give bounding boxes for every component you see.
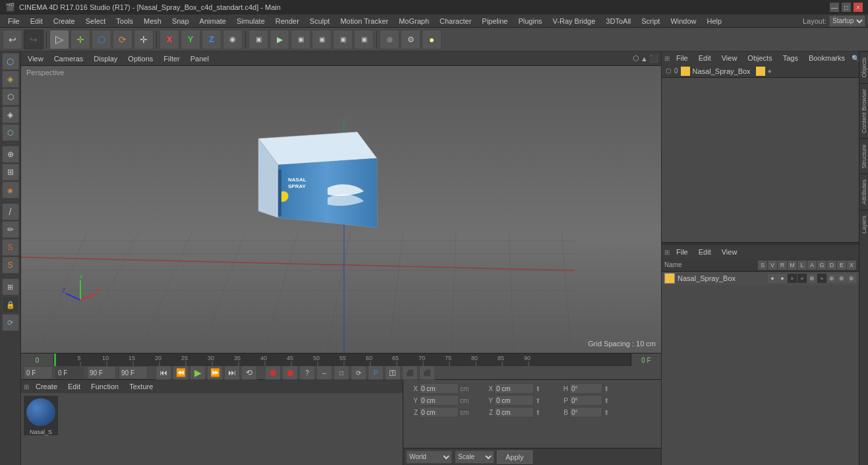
timeline-button[interactable]: ⬛ [402, 365, 418, 380]
coord-z-input[interactable] [419, 407, 459, 418]
axis-z-button[interactable]: Z [202, 30, 221, 49]
polygon-mode-button[interactable]: ◈ [2, 71, 19, 88]
menu-character[interactable]: Character [434, 16, 477, 26]
scale-dropdown[interactable]: Scale [455, 450, 494, 464]
coord-p-input[interactable] [569, 395, 602, 406]
vp-icon-3[interactable]: ⬛ [649, 54, 658, 63]
menu-window[interactable]: Window [665, 16, 701, 26]
tab-structure[interactable]: Structure [859, 139, 868, 174]
attr-view-menu[interactable]: View [718, 247, 741, 257]
obj-file-menu[interactable]: File [672, 53, 692, 63]
pencil-button[interactable]: ✏ [2, 221, 19, 238]
axis-all-button[interactable]: ◉ [223, 30, 243, 49]
edge-mode-button[interactable]: ⬡ [2, 88, 19, 106]
coord-y-input[interactable] [419, 395, 459, 406]
layout-select[interactable]: Startup [829, 15, 865, 27]
render-region-button[interactable]: ▣ [333, 30, 353, 49]
step-forward-button[interactable]: ⏩ [207, 365, 223, 380]
world-dropdown[interactable]: World Object [406, 450, 452, 464]
render-all-button[interactable]: ▣ [312, 30, 332, 49]
lock-button[interactable]: 🔒 [2, 296, 19, 313]
coord-z2-input[interactable] [494, 407, 534, 418]
goto-start-button[interactable]: ⏮ [156, 365, 171, 380]
transform-tool-button[interactable]: ✛ [134, 30, 154, 49]
loop-button[interactable]: ⟲ [241, 365, 257, 380]
material-preview[interactable]: Nasal_S [24, 396, 58, 435]
menu-render[interactable]: Render [270, 16, 304, 26]
coord-y2-input[interactable] [494, 395, 534, 406]
apply-button[interactable]: Apply [497, 450, 533, 464]
menu-mesh[interactable]: Mesh [138, 16, 167, 26]
menu-help[interactable]: Help [702, 16, 728, 26]
object-select-button[interactable]: ◎ [380, 30, 399, 49]
obj-view-menu[interactable]: View [718, 53, 741, 63]
vp-icon-2[interactable]: ▲ [641, 54, 648, 63]
frame-end-input[interactable] [87, 366, 116, 379]
menu-plugins[interactable]: Plugins [513, 16, 547, 26]
axis-x-button[interactable]: X [159, 30, 179, 49]
obj-objects-menu[interactable]: Objects [743, 53, 776, 63]
axis-y-button[interactable]: Y [181, 30, 200, 49]
obj-edit-menu[interactable]: Edit [695, 53, 715, 63]
coord-b-input[interactable] [569, 407, 602, 418]
grid-button[interactable]: ⊞ [2, 278, 19, 295]
redo-button[interactable]: ↪ [24, 30, 43, 49]
render-settings-button[interactable]: ⚙ [401, 30, 420, 49]
mat-texture-menu[interactable]: Texture [125, 382, 157, 391]
menu-create[interactable]: Create [48, 16, 80, 26]
menu-script[interactable]: Script [636, 16, 665, 26]
coord-h-input[interactable] [569, 383, 602, 394]
menu-sculpt[interactable]: Sculpt [304, 16, 335, 26]
record-button[interactable]: ⏺ [265, 365, 281, 380]
menu-motion-tracker[interactable]: Motion Tracker [335, 16, 393, 26]
frame-max-input[interactable] [119, 366, 148, 379]
sculpt-button[interactable]: S [2, 257, 19, 274]
key-button[interactable]: ? [299, 365, 315, 380]
render-view-button[interactable]: ▣ [248, 30, 268, 49]
line-button[interactable]: / [2, 203, 19, 220]
tag-button[interactable]: ⚿ [385, 365, 401, 380]
tab-attributes[interactable]: Attributes [859, 173, 868, 210]
mat-create-menu[interactable]: Create [32, 382, 61, 391]
attr-item[interactable]: Nasal_Spray_Box ● ● ● ● ⊕ ● ⊕ ⊕ ⊕ [662, 272, 859, 285]
menu-simulate[interactable]: Simulate [231, 16, 270, 26]
menu-mograph[interactable]: MoGraph [393, 16, 434, 26]
edge-select-button[interactable]: ⬡ [2, 124, 19, 141]
coord-x-input[interactable] [419, 383, 459, 394]
vp-view-menu[interactable]: View [24, 54, 47, 63]
menu-pipeline[interactable]: Pipeline [477, 16, 513, 26]
coord-system-button[interactable]: ◉ [2, 181, 19, 199]
step-back-button[interactable]: ⏪ [173, 365, 188, 380]
play-button[interactable]: ▶ [190, 365, 206, 380]
frame-current-input[interactable] [55, 366, 84, 379]
coord-x2-input[interactable] [494, 383, 534, 394]
render-preview-button[interactable]: ▣ [291, 30, 310, 49]
tab-objects[interactable]: Objects [859, 51, 868, 83]
undo-button[interactable]: ↩ [3, 30, 22, 49]
rotate-tool-button[interactable]: ⟳ [113, 30, 132, 49]
close-button[interactable]: × [854, 3, 863, 12]
powerman-button[interactable]: P [368, 365, 384, 380]
menu-select[interactable]: Select [80, 16, 111, 26]
mat-edit-menu[interactable]: Edit [64, 382, 84, 391]
mat-function-menu[interactable]: Function [87, 382, 123, 391]
snap-button[interactable]: ⊕ [2, 146, 19, 163]
menu-file[interactable]: File [3, 16, 25, 26]
magnet-button[interactable]: S [2, 239, 19, 256]
menu-vray[interactable]: V-Ray Bridge [548, 16, 601, 26]
vp-panel-menu[interactable]: Panel [187, 54, 213, 63]
axis-button[interactable]: ⊞ [2, 164, 19, 181]
menu-animate[interactable]: Animate [194, 16, 231, 26]
maximize-button[interactable]: □ [842, 3, 851, 12]
attr-file-menu[interactable]: File [672, 247, 692, 257]
motion-path-button[interactable]: ⟳ [351, 365, 366, 380]
key-selected-button[interactable]: □ [333, 365, 349, 380]
vp-options-menu[interactable]: Options [124, 54, 157, 63]
minimize-button[interactable]: — [830, 3, 839, 12]
vp-icon-1[interactable]: ⬡ [633, 54, 639, 63]
render-button[interactable]: ▶ [270, 30, 289, 49]
editor-button[interactable]: ⬛ [419, 365, 435, 380]
menu-snap[interactable]: Snap [167, 16, 194, 26]
move-tool-button[interactable]: ✛ [71, 30, 90, 49]
object-mode-button[interactable]: ⬡ [2, 53, 19, 70]
